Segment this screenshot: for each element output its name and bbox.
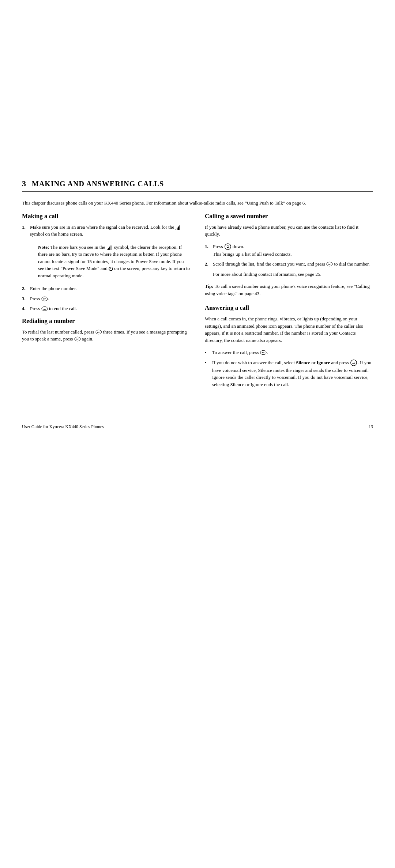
answering-intro: When a call comes in, the phone rings, v… [205, 315, 373, 344]
svg-marker-14 [227, 247, 229, 248]
making-a-call-steps: 1. Make sure you are in an area where th… [22, 224, 190, 312]
svg-rect-6 [109, 247, 110, 250]
calling-saved-section: Calling a saved number If you have alrea… [205, 213, 373, 297]
content-area: 3 Making and Answering Calls This chapte… [0, 168, 395, 414]
making-a-call-section: Making a call 1. Make sure you are in an… [22, 213, 190, 312]
svg-point-9 [42, 307, 48, 311]
step-4: 4. Press to end the call. [22, 305, 190, 312]
calling-saved-intro: If you have already saved a phone number… [205, 224, 373, 238]
note-block-item: Note: The more bars you see in the symbo… [30, 241, 190, 282]
svg-rect-0 [176, 229, 176, 230]
step-1: 1. Make sure you are in an area where th… [22, 224, 190, 238]
signal-bars-icon-2 [106, 245, 113, 250]
redialing-text: To redial the last number called, press … [22, 328, 190, 343]
footer-left: User Guide for Kyocera KX440 Series Phon… [22, 424, 104, 430]
svg-point-12 [225, 243, 231, 249]
page: 3 Making and Answering Calls This chapte… [0, 0, 395, 868]
answering-title: Answering a call [205, 304, 373, 312]
send-button-icon-saved [326, 262, 333, 267]
step-3: 3. Press . [22, 295, 190, 302]
chapter-header: 3 Making and Answering Calls [22, 179, 373, 192]
chapter-intro: This chapter discusses phone calls on yo… [22, 199, 373, 207]
answering-bullet-1: To answer the call, press . [205, 349, 373, 356]
chapter-number: 3 [22, 179, 26, 189]
saved-step-2: 2. Scroll through the list, find the con… [205, 260, 373, 268]
svg-rect-7 [110, 245, 111, 250]
send-button-icon-silence: ok [350, 359, 357, 366]
step-2: 2. Enter the phone number. [22, 285, 190, 292]
send-button-icon-redial2 [74, 336, 81, 342]
calling-saved-tip: Tip: To call a saved number using your p… [205, 283, 373, 297]
note-text: Note: The more bars you see in the symbo… [38, 244, 190, 279]
svg-rect-3 [180, 225, 180, 230]
making-a-call-title: Making a call [22, 213, 190, 220]
end-button-icon [41, 306, 48, 311]
redialing-title: Redialing a number [22, 317, 190, 325]
answering-bullet-2: If you do not wish to answer the call, s… [205, 359, 373, 388]
right-column: Calling a saved number If you have alrea… [205, 213, 373, 392]
send-button-icon-answer [260, 350, 267, 355]
svg-rect-1 [177, 228, 178, 230]
svg-text:ok: ok [352, 361, 356, 365]
send-button-icon-redial [95, 330, 102, 335]
top-whitespace [0, 0, 395, 168]
svg-rect-4 [107, 249, 108, 250]
answering-bullets: To answer the call, press . If you do no… [205, 349, 373, 388]
chapter-title: Making and Answering Calls [32, 180, 164, 188]
saved-step-1: 1. Press down. This [205, 243, 373, 258]
saved-step-note: For more about finding contact informati… [213, 271, 373, 278]
two-column-layout: Making a call 1. Make sure you are in an… [22, 213, 373, 392]
calling-saved-steps: 1. Press down. This [205, 243, 373, 278]
saved-step-1-detail: This brings up a list of all saved conta… [213, 251, 292, 258]
footer: User Guide for Kyocera KX440 Series Phon… [0, 421, 395, 433]
svg-rect-5 [108, 248, 109, 250]
nav-down-icon [224, 243, 232, 250]
power-save-icon [109, 266, 113, 271]
signal-bars-icon [175, 225, 182, 230]
bottom-whitespace [0, 433, 395, 652]
send-button-icon [41, 296, 48, 301]
svg-rect-2 [178, 226, 179, 230]
left-column: Making a call 1. Make sure you are in an… [22, 213, 190, 392]
redialing-section: Redialing a number To redial the last nu… [22, 317, 190, 343]
answering-section: Answering a call When a call comes in, t… [205, 304, 373, 388]
footer-page: 13 [369, 424, 373, 430]
calling-saved-title: Calling a saved number [205, 213, 373, 220]
saved-contact-info-note: For more about finding contact informati… [213, 271, 321, 278]
